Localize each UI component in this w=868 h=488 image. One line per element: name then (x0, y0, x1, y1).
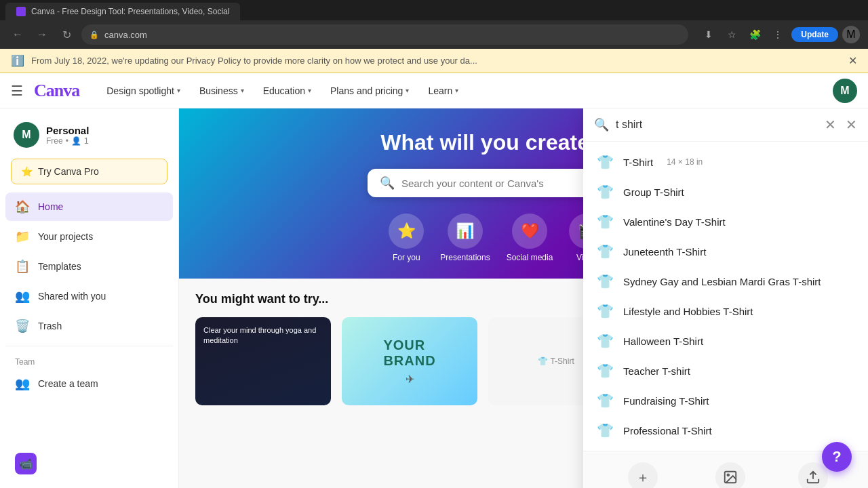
result-label: Group T-Shirt (623, 186, 684, 198)
sidebar-item-projects[interactable]: 📁 Your projects (5, 222, 173, 251)
clear-search-button[interactable]: ✕ (825, 117, 836, 133)
brand-icon: ✈ (406, 373, 414, 386)
create-team-icon: 👥 (15, 376, 30, 391)
category-for-you[interactable]: ⭐ For you (389, 214, 424, 262)
search-result-item[interactable]: 👕 Fundraising T-Shirt (583, 386, 868, 415)
sidebar-item-home[interactable]: 🏠 Home (5, 192, 173, 221)
address-bar[interactable]: 🔒 canva.com (81, 24, 688, 45)
search-header: 🔍 ✕ ✕ (583, 108, 868, 142)
search-result-item[interactable]: 👕 Juneteenth T-Shirt (583, 237, 868, 266)
video-call-button[interactable]: 📹 (15, 453, 37, 474)
category-social-media[interactable]: ❤️ Social media (507, 214, 553, 262)
menu-button[interactable]: ⋮ (768, 25, 787, 44)
nav-design-spotlight[interactable]: Design spotlight ▾ (98, 81, 189, 100)
info-icon: ℹ️ (11, 54, 24, 67)
template-icon: 📋 (15, 259, 30, 274)
sidebar-item-trash[interactable]: 🗑️ Trash (5, 312, 173, 340)
bookmark-button[interactable]: ☆ (722, 25, 741, 44)
browser-profile[interactable]: M (842, 26, 860, 43)
card-text: Clear your mind through yoga and meditat… (195, 317, 331, 354)
chevron-down-icon: ▾ (455, 87, 458, 94)
nav-plans-pricing[interactable]: Plans and pricing ▾ (322, 81, 417, 100)
nav-business[interactable]: Business ▾ (191, 81, 252, 100)
extensions-button[interactable]: 🧩 (745, 25, 764, 44)
profile-info: Personal Free • 👤 1 (46, 125, 89, 146)
tshirt-icon: 👕 (597, 184, 614, 200)
sidebar-profile: M Personal Free • 👤 1 (5, 117, 173, 159)
refresh-button[interactable]: ↻ (57, 25, 76, 44)
search-result-item[interactable]: 👕 Professional T-Shirt (583, 415, 868, 445)
search-result-item[interactable]: 👕 Halloween T-Shirt (583, 326, 868, 356)
browser-chrome: Canva - Free Design Tool: Presentations,… (0, 0, 868, 49)
custom-size-icon: ＋ (628, 462, 658, 488)
nav-avatar[interactable]: M (833, 79, 857, 103)
result-label: Lifestyle and Hobbies T-Shirt (623, 306, 753, 317)
help-button[interactable]: ? (822, 442, 852, 472)
home-icon: 🏠 (15, 199, 30, 214)
sidebar-team-label: Team (5, 352, 173, 369)
search-result-item[interactable]: 👕 Sydney Gay and Lesbian Mardi Gras T-sh… (583, 266, 868, 296)
card-brand[interactable]: YOURBRAND ✈ (342, 317, 477, 405)
category-presentations[interactable]: 📊 Presentations (440, 214, 490, 262)
sidebar-item-label: Your projects (38, 231, 93, 242)
download-button[interactable]: ⬇ (699, 25, 718, 44)
main-nav: ☰ Canva Design spotlight ▾ Business ▾ Ed… (0, 73, 868, 108)
main-area: What will you create today? 🔍 ⭐ For you … (179, 108, 868, 488)
sidebar-item-shared[interactable]: 👥 Shared with you (5, 282, 173, 310)
profile-sub: Free • 👤 1 (46, 136, 89, 146)
card-meditation[interactable]: Clear your mind through yoga and meditat… (195, 317, 331, 405)
sidebar-item-label: Trash (38, 321, 62, 331)
update-button[interactable]: Update (791, 27, 838, 42)
tshirt-icon: 👕 (597, 363, 614, 379)
search-result-item[interactable]: 👕 Valentine's Day T-Shirt (583, 207, 868, 237)
chevron-down-icon: ▾ (241, 87, 244, 94)
result-label: Teacher T-shirt (623, 365, 690, 377)
social-media-icon: ❤️ (512, 214, 547, 249)
try-pro-label: Try Canva Pro (38, 166, 99, 177)
import-file-icon (798, 462, 828, 488)
search-result-item[interactable]: 👕 T-Shirt 14 × 18 in (583, 147, 868, 177)
notification-close[interactable]: ✕ (848, 54, 857, 67)
search-result-item[interactable]: 👕 Group T-Shirt (583, 177, 868, 207)
profile-name: Personal (46, 125, 89, 136)
browser-tab[interactable]: Canva - Free Design Tool: Presentations,… (5, 3, 240, 20)
result-label: Halloween T-Shirt (623, 336, 703, 347)
sidebar-item-create-team[interactable]: 👥 Create a team (5, 369, 173, 398)
forward-button[interactable]: → (33, 25, 52, 44)
hamburger-button[interactable]: ☰ (11, 83, 23, 99)
tab-favicon (16, 7, 26, 16)
tshirt-icon: 👕 (597, 422, 614, 439)
search-header-icon: 🔍 (594, 117, 609, 132)
search-header-input[interactable] (616, 119, 818, 131)
star-icon: ⭐ (21, 166, 33, 177)
sidebar-item-label: Templates (38, 261, 81, 272)
result-label: Juneteenth T-Shirt (623, 246, 706, 258)
nav-education[interactable]: Education ▾ (255, 81, 319, 100)
edit-photo-action[interactable]: Edit photo (712, 462, 749, 488)
shared-icon: 👥 (15, 289, 30, 304)
back-button[interactable]: ← (8, 25, 27, 44)
sidebar-item-templates[interactable]: 📋 Templates (5, 252, 173, 281)
tshirt-icon: 👕 (597, 214, 614, 230)
search-result-item[interactable]: 👕 Teacher T-shirt (583, 356, 868, 386)
result-label: T-Shirt (623, 157, 653, 168)
tshirt-icon: 👕 (597, 333, 614, 349)
notification-text: From July 18, 2022, we're updating our P… (31, 56, 477, 66)
notification-bar: ℹ️ From July 18, 2022, we're updating ou… (0, 49, 868, 73)
sidebar-item-label: Shared with you (38, 291, 106, 302)
result-label: Valentine's Day T-Shirt (623, 216, 726, 228)
sidebar-item-label: Create a team (38, 378, 98, 389)
edit-photo-icon (715, 462, 745, 488)
sidebar-item-label: Home (38, 201, 63, 212)
close-search-button[interactable]: ✕ (846, 117, 857, 133)
svg-point-1 (727, 474, 729, 476)
search-icon: 🔍 (380, 176, 395, 190)
sidebar-team-nav: 👥 Create a team (5, 369, 173, 398)
tshirt-icon: 👕 (597, 243, 614, 260)
nav-learn[interactable]: Learn ▾ (420, 81, 467, 100)
sidebar-divider (5, 346, 173, 346)
search-result-item[interactable]: 👕 Lifestyle and Hobbies T-Shirt (583, 296, 868, 326)
trash-icon: 🗑️ (15, 319, 30, 333)
custom-size-action[interactable]: ＋ Custom size (620, 462, 665, 488)
try-pro-button[interactable]: ⭐ Try Canva Pro (11, 159, 167, 184)
